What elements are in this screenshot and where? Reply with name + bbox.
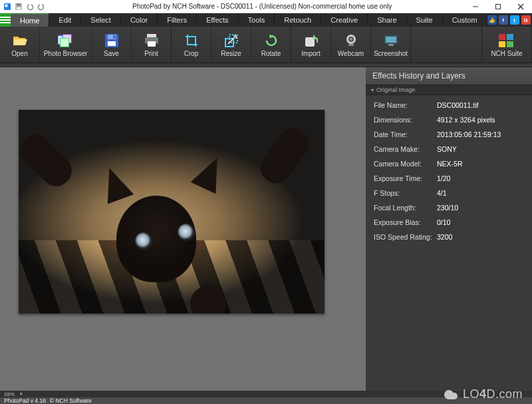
app-copyright: © NCH Software <box>50 397 92 404</box>
tab-home[interactable]: Home <box>11 13 49 27</box>
tool-label: Screenshot <box>374 50 408 57</box>
resize-icon <box>223 33 239 49</box>
metadata-row: Dimensions:4912 x 3264 pixels <box>366 112 532 127</box>
redo-icon[interactable] <box>37 2 46 11</box>
tab-edit[interactable]: Edit <box>49 13 81 27</box>
photo-browser-icon <box>58 33 74 49</box>
svg-rect-32 <box>499 41 505 47</box>
metadata-key: Camera Make: <box>374 145 437 153</box>
tool-label: Webcam <box>338 50 364 57</box>
svg-rect-33 <box>507 41 513 47</box>
tab-effects[interactable]: Effects <box>197 13 238 27</box>
tool-label: Open <box>11 50 27 57</box>
metadata-row: File Name:DSC00011.tif <box>366 98 532 112</box>
save-button[interactable]: Save <box>92 27 132 63</box>
metadata-key: Exposure Time: <box>374 174 437 182</box>
metadata-value: 230/10 <box>437 204 524 212</box>
svg-rect-1 <box>5 4 8 7</box>
metadata-key: Exposure Bias: <box>374 218 437 226</box>
metadata-value: 2013:05:06 21:59:13 <box>437 130 524 138</box>
canvas[interactable] <box>0 67 366 391</box>
svg-rect-18 <box>148 41 156 47</box>
google-plus-icon[interactable]: G <box>521 15 531 25</box>
crop-button[interactable]: Crop <box>172 27 211 63</box>
screenshot-icon <box>383 33 399 49</box>
print-button[interactable]: Print <box>132 27 172 63</box>
svg-point-19 <box>156 39 157 40</box>
tool-label: Import <box>301 50 320 57</box>
nch-suite-icon <box>499 33 515 49</box>
minimize-button[interactable] <box>464 0 487 13</box>
metadata-row: Exposure Time:1/20 <box>366 171 532 186</box>
side-panel: Effects History and Layers Original Imag… <box>366 67 532 391</box>
svg-rect-11 <box>60 38 68 47</box>
import-button[interactable]: Import <box>291 27 331 63</box>
svg-rect-6 <box>496 4 501 9</box>
like-icon[interactable]: 👍 <box>487 15 497 25</box>
nch-suite-button[interactable]: NCH Suite <box>482 27 532 63</box>
statusbar: 28% ▾ <box>0 391 532 397</box>
metadata-value: NEX-5R <box>437 160 524 168</box>
footer: PhotoPad v 4.16 © NCH Software <box>0 397 532 404</box>
svg-rect-28 <box>386 37 396 43</box>
side-panel-subheader[interactable]: Original Image <box>366 85 532 95</box>
save-icon[interactable] <box>14 2 23 11</box>
subheader-label: Original Image <box>376 87 416 93</box>
metadata-value: 0/10 <box>437 218 524 226</box>
facebook-icon[interactable]: f <box>499 15 508 25</box>
metadata-row: Camera Make:SONY <box>366 142 532 156</box>
rotate-icon <box>263 33 279 49</box>
printer-icon <box>144 33 160 49</box>
tool-label: Print <box>144 50 158 57</box>
tab-filters[interactable]: Filters <box>158 13 197 27</box>
metadata-key: F Stops: <box>374 189 437 197</box>
metadata-key: Camera Model: <box>374 160 437 168</box>
open-button[interactable]: Open <box>0 27 40 63</box>
tab-select[interactable]: Select <box>81 13 121 27</box>
app-menu-button[interactable] <box>0 13 11 27</box>
svg-rect-4 <box>17 7 21 9</box>
toolbar: Open Photo Browser Save Print Crop Resiz… <box>0 27 532 63</box>
tab-retouch[interactable]: Retouch <box>275 13 321 27</box>
svg-rect-22 <box>305 37 315 47</box>
tab-suite[interactable]: Suite <box>407 13 443 27</box>
tab-creative[interactable]: Creative <box>321 13 368 27</box>
tab-color[interactable]: Color <box>121 13 158 27</box>
screenshot-button[interactable]: Screenshot <box>371 27 411 63</box>
save-disk-icon <box>104 33 120 49</box>
window-controls <box>464 0 532 13</box>
metadata-row: Camera Model:NEX-5R <box>366 156 532 171</box>
twitter-icon[interactable]: t <box>510 15 519 25</box>
svg-rect-14 <box>108 41 116 46</box>
svg-rect-29 <box>388 44 394 46</box>
metadata-row: ISO Speed Rating:3200 <box>366 230 532 244</box>
image-preview[interactable] <box>19 110 325 313</box>
zoom-menu-chevron-icon[interactable]: ▾ <box>20 391 23 397</box>
app-version: PhotoPad v 4.16 <box>4 397 46 404</box>
window-title: PhotoPad by NCH Software - DSC00011 - (U… <box>132 3 464 10</box>
rotate-button[interactable]: Rotate <box>251 27 291 63</box>
metadata-key: Focal Length: <box>374 204 437 212</box>
tool-label: Photo Browser <box>44 50 88 57</box>
metadata-row: F Stops:4/1 <box>366 186 532 200</box>
tab-custom[interactable]: Custom <box>443 13 487 27</box>
close-button[interactable] <box>509 0 532 13</box>
metadata-key: Dimensions: <box>374 116 437 124</box>
resize-button[interactable]: Resize <box>211 27 251 63</box>
metadata-row: Exposure Bias:0/10 <box>366 215 532 230</box>
tab-tools[interactable]: Tools <box>239 13 275 27</box>
social-buttons: 👍 f t G in ? <box>487 13 532 27</box>
maximize-button[interactable] <box>487 0 509 13</box>
metadata-key: Date Time: <box>374 130 437 138</box>
undo-icon[interactable] <box>25 2 35 11</box>
metadata-list: File Name:DSC00011.tifDimensions:4912 x … <box>366 95 532 247</box>
photo-browser-button[interactable]: Photo Browser <box>40 27 92 63</box>
tab-share[interactable]: Share <box>368 13 406 27</box>
import-icon <box>303 33 319 49</box>
metadata-value: DSC00011.tif <box>437 101 524 109</box>
metadata-row: Focal Length:230/10 <box>366 200 532 215</box>
tool-label: Crop <box>184 50 199 57</box>
metadata-value: 3200 <box>437 233 524 241</box>
titlebar: PhotoPad by NCH Software - DSC00011 - (U… <box>0 0 532 13</box>
webcam-button[interactable]: Webcam <box>331 27 371 63</box>
